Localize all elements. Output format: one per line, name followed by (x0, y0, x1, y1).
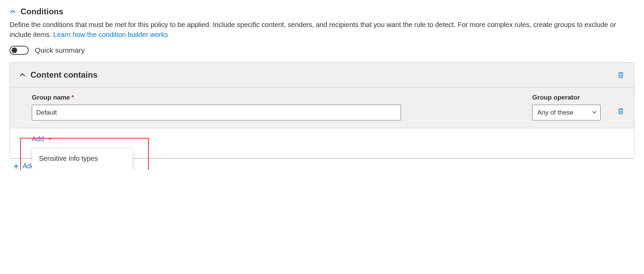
add-label: Add (32, 135, 44, 143)
group-name-input[interactable] (32, 105, 401, 120)
menu-item-sensitivity-labels[interactable]: Sensitivity labels (32, 169, 133, 170)
group-operator-value: Any of these (537, 109, 574, 116)
content-contains-header[interactable]: Content contains (10, 63, 634, 88)
toggle-knob (12, 48, 17, 53)
group-definition-row: Group name* Group operator Any of these (10, 88, 634, 128)
add-dropdown-button[interactable]: Add (32, 135, 52, 143)
add-dropdown-menu: Sensitive info types Sensitivity labels (32, 148, 133, 170)
delete-group-button[interactable] (617, 107, 625, 115)
group-name-label: Group name* (32, 94, 516, 101)
group-operator-select[interactable]: Any of these (532, 105, 601, 120)
group-operator-label: Group operator (532, 94, 601, 101)
chevron-up-icon (19, 72, 26, 78)
panel-title: Content contains (30, 70, 97, 80)
add-content-row: Add Sensitive info types Sensitivity lab… (10, 128, 634, 158)
learn-link[interactable]: Learn how the condition builder works (53, 31, 168, 38)
plus-icon (13, 163, 19, 169)
quick-summary-toggle[interactable] (10, 46, 29, 55)
conditions-section-header[interactable]: Conditions (10, 7, 634, 16)
section-description: Define the conditions that must be met f… (10, 20, 634, 40)
chevron-down-icon (48, 135, 52, 143)
menu-item-sensitive-info-types[interactable]: Sensitive info types (32, 148, 133, 169)
required-indicator: * (71, 94, 74, 101)
content-contains-panel: Content contains Group name* Group opera… (10, 62, 634, 159)
section-title: Conditions (21, 7, 63, 16)
chevron-up-icon (10, 9, 16, 15)
delete-panel-button[interactable] (617, 71, 625, 79)
quick-summary-label: Quick summary (35, 46, 85, 54)
chevron-down-icon (592, 109, 597, 116)
